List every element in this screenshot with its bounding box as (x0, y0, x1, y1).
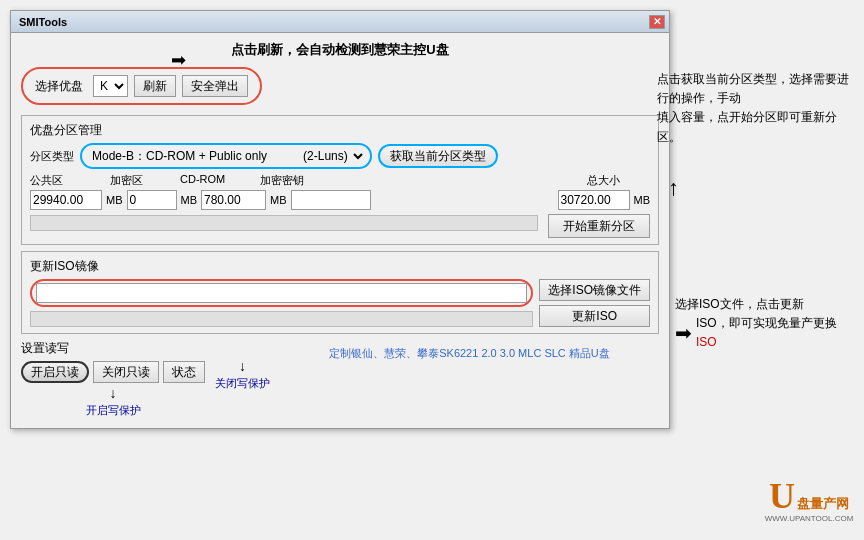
enable-label-area: ↓ 开启写保护 (21, 385, 205, 418)
iso-content: 选择ISO镜像文件 更新ISO (30, 279, 650, 327)
partition-type-dropdown[interactable]: Mode-B：CD-ROM + Public only (2-Luns) (86, 145, 366, 167)
encrypt-key-input[interactable] (291, 190, 371, 210)
type-label: 分区类型 (30, 149, 74, 164)
drive-select-area: 选择优盘 K 刷新 安全弹出 (21, 67, 262, 105)
iso-section: 更新ISO镜像 选择ISO镜像文件 更新ISO (21, 251, 659, 334)
logo-text: 盘量产网 (797, 495, 849, 513)
col-encrypt-header: 加密区 (110, 173, 180, 188)
window-title: SMITools (15, 16, 67, 28)
iso-buttons: 选择ISO镜像文件 更新ISO (539, 279, 650, 327)
col-total-header: 总大小 (340, 173, 620, 188)
iso-red-text: ISO (696, 335, 717, 349)
cdrom-size-input[interactable] (201, 190, 266, 210)
status-button[interactable]: 状态 (163, 361, 205, 383)
write-protect-buttons: 开启只读 关闭只读 状态 (21, 361, 205, 383)
drive-label: 选择优盘 (35, 78, 83, 95)
total-size-input[interactable] (558, 190, 630, 210)
close-button[interactable]: ✕ (649, 15, 665, 29)
up-arrow-annotation: ↑ (668, 175, 679, 201)
disable-readonly-button[interactable]: 关闭只读 (93, 361, 159, 383)
cdrom-unit: MB (270, 194, 287, 206)
encrypt-size-input[interactable] (127, 190, 177, 210)
col-encrypt-density-header: 加密密钥 (260, 173, 340, 188)
brand-text: 定制银仙、慧荣、攀泰SK6221 2.0 3.0 MLC SLC 精品U盘 (280, 340, 659, 361)
public-size-input[interactable] (30, 190, 102, 210)
encrypt-unit: MB (181, 194, 198, 206)
bottom-row: 设置读写 开启只读 关闭只读 状态 ↓ 开启写保护 ↓ 关闭写保护 定制银仙、慧… (21, 340, 659, 418)
iso-label: 更新ISO镜像 (30, 258, 650, 275)
select-iso-button[interactable]: 选择ISO镜像文件 (539, 279, 650, 301)
enable-write-protect-label: 开启写保护 (21, 403, 205, 418)
disable-label-area: ↓ 关闭写保护 (215, 358, 270, 391)
total-unit: MB (634, 194, 651, 206)
partition-type-row: 分区类型 Mode-B：CD-ROM + Public only (2-Luns… (30, 143, 650, 169)
get-type-button[interactable]: 获取当前分区类型 (378, 144, 498, 168)
window-body: 点击刷新，会自动检测到慧荣主控U盘 选择优盘 K 刷新 安全弹出 ➡ 优盘分区管… (11, 33, 669, 428)
refresh-button[interactable]: 刷新 (134, 75, 176, 97)
main-window: SMITools ✕ 点击刷新，会自动检测到慧荣主控U盘 选择优盘 K 刷新 安… (10, 10, 670, 429)
iso-path-container (30, 279, 533, 307)
u-logo: U 盘量产网 WWW.UPANTOOL.COM (764, 470, 854, 530)
enable-readonly-button[interactable]: 开启只读 (21, 361, 89, 383)
title-bar: SMITools ✕ (11, 11, 669, 33)
col-total-unit-header (620, 173, 650, 188)
top-instruction: 点击刷新，会自动检测到慧荣主控U盘 (21, 41, 659, 59)
write-protect-label: 设置读写 (21, 340, 205, 357)
col-cdrom-header: CD-ROM (180, 173, 260, 188)
partition-fields-row: MB MB MB MB (30, 190, 650, 210)
right-annotation-iso: 选择ISO文件，点击更新 ➡ ISO，即可实现免量产更换ISO (675, 295, 850, 353)
logo-url: WWW.UPANTOOL.COM (765, 514, 854, 523)
partition-progress-bar (30, 215, 538, 231)
right-annotation-partition: 点击获取当前分区类型，选择需要进行的操作，手动填入容量，点开始分区即可重新分区。 (657, 70, 852, 147)
partition-label: 优盘分区管理 (30, 122, 650, 139)
public-unit: MB (106, 194, 123, 206)
start-partition-button[interactable]: 开始重新分区 (548, 214, 650, 238)
update-iso-button[interactable]: 更新ISO (539, 305, 650, 327)
refresh-arrow: ➡ (171, 49, 186, 71)
iso-progress-bar (30, 311, 533, 327)
drive-select[interactable]: K (93, 75, 128, 97)
iso-path-input[interactable] (36, 283, 527, 303)
partition-section: 优盘分区管理 分区类型 Mode-B：CD-ROM + Public only … (21, 115, 659, 245)
iso-left (30, 279, 533, 327)
eject-button[interactable]: 安全弹出 (182, 75, 248, 97)
u-letter: U (769, 478, 795, 514)
column-headers: 公共区 加密区 CD-ROM 加密密钥 总大小 (30, 173, 650, 188)
partition-type-select-wrapper: Mode-B：CD-ROM + Public only (2-Luns) (80, 143, 372, 169)
col-public-header: 公共区 (30, 173, 110, 188)
disable-write-protect-label: 关闭写保护 (215, 376, 270, 391)
partition-action-row: 开始重新分区 (30, 214, 650, 238)
write-protect-wrapper: 设置读写 开启只读 关闭只读 状态 ↓ 开启写保护 (21, 340, 205, 418)
get-type-arrow-area: 获取当前分区类型 (378, 144, 498, 168)
